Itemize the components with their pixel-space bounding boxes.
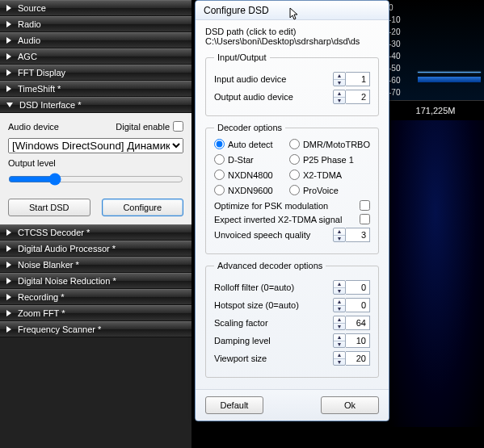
spin-up-icon: ▲: [334, 90, 345, 98]
decoder-group: Decoder options Auto detectDMR/MotoTRBOD…: [205, 123, 379, 254]
output-audio-spinner[interactable]: ▲▼: [333, 90, 370, 104]
output-level-label: Output level: [8, 158, 183, 168]
hotspot-value[interactable]: [346, 298, 370, 312]
decoder-radio[interactable]: P25 Phase 1: [289, 154, 370, 165]
dialog-title: Configure DSD: [204, 5, 269, 16]
start-dsd-button[interactable]: Start DSD: [8, 199, 90, 216]
decoder-radio[interactable]: NXDN9600: [214, 185, 286, 195]
sidebar-item[interactable]: CTCSS Decoder *: [0, 224, 191, 241]
sidebar-item-label: CTCSS Decoder *: [18, 228, 90, 237]
dsd-path-value[interactable]: C:\Users\boni\Desktop\sdrsharp\dsd\ds: [205, 36, 379, 46]
sidebar-item[interactable]: Source: [0, 0, 191, 16]
decoder-radio[interactable]: ProVoice: [289, 185, 370, 195]
dsd-panel-body: Audio device Digital enable [Windows Dir…: [0, 113, 191, 224]
chevron-right-icon: [6, 294, 11, 300]
decoder-radio[interactable]: NXDN4800: [214, 170, 286, 180]
decoder-radio-label: Auto detect: [228, 140, 273, 149]
output-level-slider[interactable]: [8, 173, 183, 186]
spectrum-tick: -40: [389, 52, 400, 64]
decoder-radio[interactable]: DMR/MotoTRBO: [289, 139, 370, 149]
sidebar-item-label: AGC: [18, 52, 37, 61]
sidebar-item-label: Audio: [18, 36, 40, 45]
sidebar-item[interactable]: Digital Audio Processor *: [0, 241, 191, 257]
digital-enable-label: Digital enable: [116, 122, 170, 132]
sidebar-item[interactable]: Digital Noise Reduction *: [0, 273, 191, 289]
rolloff-spinner[interactable]: ▲▼: [333, 280, 370, 295]
sidebar-item[interactable]: Radio: [0, 16, 191, 32]
sidebar-item-label: Digital Noise Reduction *: [18, 276, 116, 286]
decoder-radio[interactable]: Auto detect: [214, 139, 286, 149]
default-button[interactable]: Default: [205, 396, 263, 414]
input-audio-label: Input audio device: [214, 74, 333, 84]
hotspot-label: Hotspot size (0=auto): [214, 300, 333, 310]
sidebar-item-label: Noise Blanker *: [18, 260, 79, 270]
sidebar-item[interactable]: Zoom FFT *: [0, 305, 191, 321]
audio-device-select[interactable]: [Windows DirectSound] Динамики (Ус: [8, 138, 183, 153]
sidebar-item[interactable]: AGC: [0, 48, 191, 65]
unvoiced-value[interactable]: [346, 228, 370, 242]
chevron-right-icon: [6, 245, 11, 252]
decoder-radio-input[interactable]: [289, 170, 300, 180]
chevron-right-icon: [6, 69, 11, 76]
configure-button[interactable]: Configure: [102, 199, 184, 216]
spectrum-display[interactable]: 0-10-20-30-40-50-60-70: [387, 0, 484, 101]
sidebar-item[interactable]: Recording *: [0, 289, 191, 305]
decoder-radio-input[interactable]: [289, 139, 300, 149]
dialog-title-bar[interactable]: Configure DSD: [196, 1, 389, 20]
advanced-group: Advanced decoder options Rolloff filter …: [205, 261, 379, 378]
spin-up-icon: ▲: [334, 228, 345, 236]
decoder-radio-label: ProVoice: [303, 186, 339, 195]
unvoiced-spinner[interactable]: ▲▼: [333, 228, 370, 242]
io-legend: Input/Output: [214, 52, 270, 62]
output-audio-value[interactable]: [346, 90, 370, 104]
decoder-radio-input[interactable]: [214, 185, 225, 195]
input-audio-value[interactable]: [346, 72, 370, 86]
rolloff-label: Rolloff filter (0=auto): [214, 283, 333, 292]
ok-button[interactable]: Ok: [321, 396, 379, 414]
sidebar-item-label: Frequency Scanner *: [18, 324, 101, 334]
scaling-spinner[interactable]: ▲▼: [333, 316, 370, 330]
decoder-radio[interactable]: X2-TDMA: [289, 170, 370, 180]
sidebar-item[interactable]: Frequency Scanner *: [0, 321, 191, 337]
sidebar-item[interactable]: Audio: [0, 32, 191, 48]
configure-dsd-dialog: Configure DSD DSD path (click to edit) C…: [195, 0, 389, 421]
decoder-radio-label: D-Star: [228, 155, 254, 165]
sidebar-item-label: FFT Display: [18, 68, 65, 77]
sidebar-item-label: Recording *: [18, 292, 64, 302]
digital-enable-checkbox[interactable]: [173, 121, 183, 132]
decoder-radio-input[interactable]: [289, 154, 300, 165]
x2-checkbox[interactable]: [360, 214, 370, 224]
spin-down-icon: ▼: [334, 98, 345, 104]
psk-checkbox[interactable]: [360, 200, 370, 211]
damping-value[interactable]: [346, 333, 370, 348]
scaling-value[interactable]: [346, 316, 370, 330]
chevron-right-icon: [6, 53, 11, 60]
sidebar-item[interactable]: Noise Blanker *: [0, 257, 191, 273]
dsd-path-label[interactable]: DSD path (click to edit): [205, 27, 379, 36]
decoder-radio-input[interactable]: [289, 185, 300, 195]
damping-spinner[interactable]: ▲▼: [333, 333, 370, 348]
rolloff-value[interactable]: [346, 280, 370, 295]
spectrum-tick: 0: [389, 3, 400, 15]
chevron-right-icon: [6, 86, 11, 92]
hotspot-spinner[interactable]: ▲▼: [333, 298, 370, 312]
viewport-value[interactable]: [346, 351, 370, 366]
cursor-icon: [289, 7, 301, 22]
sidebar-item[interactable]: FFT Display: [0, 65, 191, 81]
decoder-radio-input[interactable]: [214, 170, 225, 180]
decoder-radio-input[interactable]: [214, 139, 225, 149]
x2-label: Expect inverted X2-TDMA signal: [214, 215, 360, 224]
waterfall-display[interactable]: [387, 120, 484, 427]
decoder-radio-input[interactable]: [214, 154, 225, 165]
viewport-spinner[interactable]: ▲▼: [333, 351, 370, 366]
spectrum-tick: -20: [389, 27, 400, 40]
advanced-legend: Advanced decoder options: [214, 261, 326, 270]
spectrum-peak: [418, 72, 481, 73]
decoder-radio-label: P25 Phase 1: [303, 155, 354, 165]
sidebar-item-dsd-interface[interactable]: DSD Interface *: [0, 97, 191, 113]
audio-device-label: Audio device: [8, 122, 116, 132]
input-audio-spinner[interactable]: ▲▼: [333, 72, 370, 86]
decoder-radio[interactable]: D-Star: [214, 154, 286, 165]
spectrum-tick: -50: [389, 64, 400, 76]
sidebar-item[interactable]: TimeShift *: [0, 81, 191, 97]
